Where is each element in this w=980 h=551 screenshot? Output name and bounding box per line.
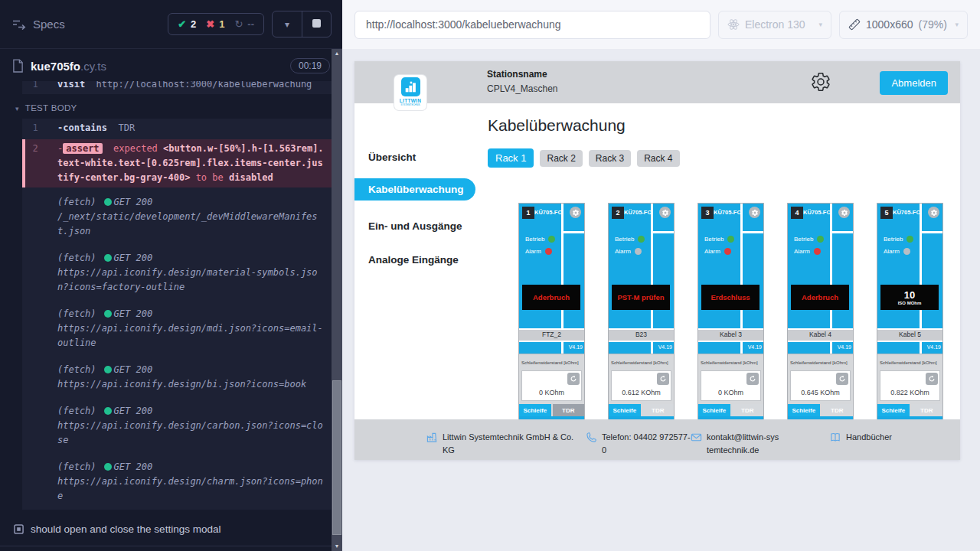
refresh-icon[interactable]	[746, 373, 759, 385]
book-icon	[829, 432, 841, 443]
betrieb-led-row: Betrieb	[525, 236, 555, 243]
tdr-button[interactable]: TDR	[642, 404, 675, 416]
tdr-button[interactable]: TDR	[553, 404, 585, 416]
fetch-log-row[interactable]: (fetch)GET 200https://api.iconify.design…	[22, 398, 332, 454]
refresh-icon[interactable]	[567, 373, 580, 385]
status-ok-dot	[104, 254, 112, 262]
footer-manuals-link[interactable]: Handbücher	[829, 431, 892, 444]
spec-file-header[interactable]: kue705fo.cy.ts 00:19	[0, 49, 342, 81]
app-header	[354, 61, 960, 103]
betrieb-led-row: Betrieb	[704, 236, 734, 243]
firmware-version: V4.19	[838, 344, 851, 350]
device-settings-gear-icon[interactable]	[749, 207, 760, 218]
footer-phone: Telefon: 04402 972577-0	[586, 431, 692, 457]
device-settings-gear-icon[interactable]	[570, 207, 581, 218]
test-state-icon	[14, 524, 24, 534]
slot-number-badge: 2	[612, 207, 624, 219]
specs-label[interactable]: Specs	[33, 18, 65, 31]
tdr-button[interactable]: TDR	[911, 404, 943, 416]
command-row-assert-failed[interactable]: 2 -assert expected <button.w-[50%].h-[1.…	[22, 139, 332, 187]
status-ok-dot	[104, 463, 112, 471]
resistance-panel: Schleifenwiderstand [kOhm] 0 KOhm	[519, 354, 584, 404]
logout-button[interactable]: Abmelden	[880, 71, 948, 95]
tab-rack-4[interactable]: Rack 4	[637, 150, 679, 167]
schleife-button[interactable]: Schleife	[877, 404, 910, 416]
device-settings-gear-icon[interactable]	[928, 207, 939, 218]
resistance-value: 0.645 KOhm	[791, 389, 850, 396]
device-settings-gear-icon[interactable]	[838, 207, 850, 218]
fetch-url: https://api.iconify.design/mdi.json?icon…	[57, 323, 323, 348]
tab-rack-1[interactable]: Rack 1	[488, 148, 534, 168]
footer-email[interactable]: kontakt@littwin-systemtechnik.de	[691, 431, 780, 457]
url-input[interactable]: http://localhost:3000/kabelueberwachung	[354, 11, 710, 39]
collapse-button[interactable]: ▾	[273, 11, 302, 37]
fetch-log-row[interactable]: (fetch)GET 200https://api.iconify.design…	[22, 357, 332, 398]
command-row-contains[interactable]: 1 -contains TDR	[22, 119, 332, 138]
tdr-button[interactable]: TDR	[732, 404, 764, 416]
test-body-section[interactable]: ▾TEST BODY	[0, 94, 342, 119]
schleife-button[interactable]: Schleife	[609, 404, 641, 416]
email-icon	[691, 432, 702, 443]
fetch-log-row[interactable]: (fetch)GET 200https://api.iconify.design…	[22, 454, 332, 510]
specs-menu-icon[interactable]	[12, 19, 26, 30]
alarm-led	[903, 248, 910, 255]
tab-rack-3[interactable]: Rack 3	[589, 150, 631, 167]
status-ok-dot	[104, 310, 112, 318]
fetch-log-row[interactable]: (fetch)GET 200/_next/static/development/…	[22, 189, 332, 245]
refresh-icon[interactable]	[836, 373, 848, 385]
fetch-log-row[interactable]: (fetch)GET 200https://api.iconify.design…	[22, 245, 332, 301]
sidebar-item-ein-und-ausgaenge[interactable]: Ein- und Ausgänge	[354, 215, 475, 237]
fetch-url: https://api.iconify.design/bi.json?icons…	[57, 379, 306, 390]
device-model: KÜ705-FO	[803, 209, 831, 216]
status-display: Erdschluss	[701, 285, 760, 310]
alarm-led-row: Alarm	[525, 248, 552, 255]
pending-icon: ↻	[234, 18, 243, 30]
viewport-select[interactable]: 1000x660 (79%) ▾	[839, 11, 968, 39]
settings-gear-icon[interactable]	[810, 71, 831, 93]
sidebar-item-uebersicht[interactable]: Übersicht	[354, 146, 475, 168]
scroll-up-arrow[interactable]: ▲	[332, 49, 342, 58]
fetch-url: https://api.iconify.design/charm.json?ic…	[57, 476, 323, 501]
device-card-1: 1 KÜ705-FO Betrieb Alarm Aderbruch FTZ_2…	[518, 203, 585, 425]
sidebar-item-analoge-eingaenge[interactable]: Analoge Eingänge	[354, 249, 475, 271]
scrollbar-thumb[interactable]	[332, 380, 341, 535]
slot-number-badge: 1	[522, 207, 534, 219]
spec-duration-badge: 00:19	[290, 58, 330, 73]
app-under-test: LITTWIN SYSTEMTECHNIK Stationsname CPLV4…	[354, 61, 960, 460]
schleife-button[interactable]: Schleife	[788, 404, 820, 416]
resistance-readout: 0.645 KOhm	[790, 370, 851, 401]
device-model: KÜ705-FO	[893, 209, 920, 216]
command-row-visit[interactable]: 1 visit http://localhost:3000/kabelueber…	[22, 81, 332, 94]
alarm-led-row: Alarm	[615, 248, 642, 255]
resistance-value: 0.822 KOhm	[880, 389, 939, 396]
fetch-log-row[interactable]: (fetch)GET 200https://api.iconify.design…	[22, 301, 332, 357]
fetch-url: /_next/static/development/_devMiddleware…	[57, 211, 318, 236]
littwin-logo: LITTWIN SYSTEMTECHNIK	[394, 75, 426, 110]
refresh-icon[interactable]	[657, 373, 669, 385]
device-model: KÜ705-FO	[534, 209, 562, 216]
refresh-icon[interactable]	[926, 373, 938, 385]
scroll-down-arrow[interactable]: ▼	[332, 542, 342, 551]
sidebar-item-kabelueberwachung[interactable]: Kabelüberwachung	[354, 178, 475, 201]
device-settings-gear-icon[interactable]	[659, 207, 671, 218]
page-title: Kabelüberwachung	[488, 116, 626, 135]
station-name: CPLV4_Maschen	[487, 83, 558, 94]
test-stats[interactable]: ✔2 ✖1 ↻--	[168, 13, 264, 35]
footer-company: Littwin Systemtechnik GmbH & Co. KG	[426, 431, 580, 457]
status-ok-dot	[104, 366, 112, 373]
tdr-button[interactable]: TDR	[822, 404, 854, 416]
chevron-down-icon: ▾	[955, 21, 959, 28]
betrieb-led-row: Betrieb	[884, 236, 913, 243]
stop-icon	[312, 19, 321, 28]
stop-button[interactable]	[302, 11, 331, 37]
betrieb-led	[548, 236, 555, 243]
tab-rack-2[interactable]: Rack 2	[540, 150, 582, 167]
next-test-row[interactable]: should open and close the settings modal	[0, 513, 342, 546]
schleife-button[interactable]: Schleife	[519, 404, 551, 416]
schleife-button[interactable]: Schleife	[698, 404, 730, 416]
browser-select[interactable]: Electron 130 ▾	[718, 11, 831, 39]
station-label: Stationsname	[487, 69, 558, 80]
slot-number-badge: 4	[791, 207, 803, 219]
status-display: PST-M prüfen	[612, 285, 670, 310]
reporter-scrollbar: ▲ ▼	[332, 49, 342, 551]
